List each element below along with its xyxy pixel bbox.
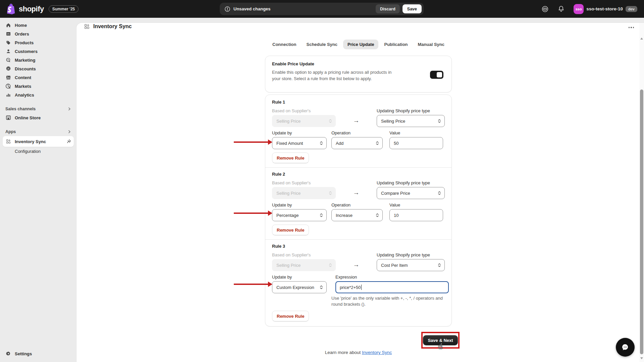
home-icon bbox=[5, 22, 11, 28]
chat-button[interactable] bbox=[616, 338, 635, 357]
edition-badge[interactable]: Summer '25 bbox=[49, 5, 79, 13]
update-by-select[interactable]: Percentage bbox=[272, 209, 327, 221]
sidebar-item-label: Analytics bbox=[15, 93, 34, 98]
page-actions-menu[interactable] bbox=[627, 25, 635, 30]
sidebar-item-label: Online Store bbox=[15, 115, 41, 120]
select-stepper-icon bbox=[320, 213, 323, 218]
save-button[interactable]: Save bbox=[402, 4, 422, 13]
page-header: Inventory Sync bbox=[84, 23, 132, 29]
toggle-knob bbox=[437, 72, 442, 77]
enable-card-title: Enable Price Update bbox=[272, 61, 445, 66]
value-input[interactable]: 10 bbox=[389, 209, 443, 221]
remove-rule-button[interactable]: Remove Rule bbox=[272, 311, 309, 321]
sidebar-item-settings[interactable]: Settings bbox=[3, 349, 74, 358]
enable-price-update-card: Enable Price Update Enable this option t… bbox=[265, 56, 452, 93]
tab-publication[interactable]: Publication bbox=[380, 40, 412, 49]
tab-price-update[interactable]: Price Update bbox=[343, 40, 378, 49]
marketing-icon bbox=[5, 57, 11, 63]
select-stepper-icon bbox=[329, 191, 332, 195]
rule-3-section: Rule 3 Based on Supplier's Updating Shop… bbox=[272, 244, 445, 321]
select-value: Selling Price bbox=[381, 119, 405, 124]
annotation-arrow-rule3 bbox=[234, 284, 269, 285]
discard-button[interactable]: Discard bbox=[376, 4, 400, 13]
sidebar-item-marketing[interactable]: Marketing bbox=[3, 56, 74, 64]
remove-rule-button[interactable]: Remove Rule bbox=[272, 153, 309, 163]
sidebar-item-content[interactable]: Content bbox=[3, 73, 74, 82]
scrollbar-thumb[interactable] bbox=[640, 89, 643, 354]
storefront-icon bbox=[5, 115, 11, 121]
target-price-select[interactable]: Cost Per Item bbox=[377, 259, 445, 271]
select-stepper-icon bbox=[438, 191, 441, 195]
expression-value: price*2+50 bbox=[340, 285, 361, 290]
operation-label: Operation bbox=[331, 130, 383, 136]
unsaved-status: Unsaved changes bbox=[224, 6, 376, 12]
target-price-label: Updating Shopify price type bbox=[377, 252, 445, 258]
chat-bubble-icon bbox=[621, 343, 630, 352]
unsaved-changes-bar: Unsaved changes Discard Save bbox=[220, 3, 424, 15]
sidebar-item-label: Inventory Sync bbox=[15, 139, 63, 144]
pin-icon[interactable] bbox=[66, 139, 71, 144]
scroll-up-arrow[interactable] bbox=[640, 37, 643, 40]
select-stepper-icon bbox=[376, 141, 379, 145]
alert-icon bbox=[224, 6, 230, 12]
sidebar-section-apps[interactable]: Apps bbox=[3, 127, 74, 136]
sidebar-item-inventory-sync[interactable]: Inventory Sync bbox=[3, 136, 74, 147]
sidebar-item-home[interactable]: Home bbox=[3, 21, 74, 29]
annotation-arrow-rule2 bbox=[234, 213, 269, 214]
update-by-select[interactable]: Custom Expression bbox=[272, 281, 327, 293]
sidebar-item-customers[interactable]: Customers bbox=[3, 47, 74, 56]
content-icon bbox=[5, 74, 11, 80]
annotation-arrow-rule1 bbox=[234, 141, 269, 143]
expression-label: Expression bbox=[335, 275, 449, 280]
shopify-logo[interactable]: shopify Summer '25 bbox=[5, 0, 78, 18]
target-price-select[interactable]: Compare Price bbox=[377, 187, 445, 199]
learn-more-link[interactable]: Inventory Sync bbox=[362, 350, 392, 355]
based-on-label: Based on Supplier's bbox=[272, 108, 336, 114]
apps-label: Apps bbox=[5, 129, 16, 134]
sidebar: Home Orders Products Customers Marketing… bbox=[0, 18, 76, 362]
update-by-select[interactable]: Fixed Amount bbox=[272, 137, 327, 149]
enable-price-update-toggle[interactable] bbox=[430, 71, 443, 79]
scroll-down-arrow[interactable] bbox=[640, 357, 643, 360]
select-value: Selling Price bbox=[276, 191, 301, 196]
sidebar-item-analytics[interactable]: Analytics bbox=[3, 90, 74, 99]
sidebar-item-configuration[interactable]: Configuration bbox=[3, 147, 74, 156]
sidebar-item-label: Products bbox=[15, 40, 34, 45]
learn-more-row: Learn more about Inventory Sync bbox=[265, 350, 452, 355]
sidebar-item-products[interactable]: Products bbox=[3, 38, 74, 47]
value-input[interactable]: 50 bbox=[389, 137, 443, 149]
sidekick-button[interactable] bbox=[539, 3, 551, 15]
notifications-button[interactable] bbox=[555, 3, 567, 15]
sidebar-item-label: Markets bbox=[15, 84, 31, 89]
operation-select[interactable]: Add bbox=[331, 137, 383, 149]
sidebar-item-markets[interactable]: $ Markets bbox=[3, 82, 74, 90]
expression-input[interactable]: price*2+50 bbox=[335, 281, 449, 293]
svg-text:$: $ bbox=[9, 86, 10, 89]
select-stepper-icon bbox=[438, 263, 441, 267]
sidebar-item-discounts[interactable]: Discounts bbox=[3, 64, 74, 73]
store-avatar: sso bbox=[574, 4, 584, 14]
rule-title: Rule 2 bbox=[272, 172, 445, 177]
based-on-select: Selling Price bbox=[272, 259, 336, 271]
sidebar-item-orders[interactable]: Orders bbox=[3, 29, 74, 38]
sidebar-item-label: Discounts bbox=[15, 66, 36, 71]
select-stepper-icon bbox=[376, 213, 379, 218]
store-menu[interactable]: sso sso-test-store-10 dev bbox=[572, 3, 639, 15]
remove-rule-button[interactable]: Remove Rule bbox=[272, 225, 309, 235]
topbar-right: sso sso-test-store-10 dev bbox=[539, 0, 639, 18]
learn-more-prefix: Learn more about bbox=[325, 350, 362, 355]
store-name: sso-test-store-10 bbox=[586, 6, 623, 11]
based-on-label: Based on Supplier's bbox=[272, 180, 336, 186]
target-price-select[interactable]: Selling Price bbox=[377, 115, 445, 127]
tag-icon bbox=[5, 40, 11, 46]
sales-channels-label: Sales channels bbox=[5, 107, 36, 111]
sidebar-section-sales-channels[interactable]: Sales channels bbox=[3, 105, 74, 113]
sidebar-item-online-store[interactable]: Online Store bbox=[3, 113, 74, 122]
tab-schedule-sync[interactable]: Schedule Sync bbox=[302, 40, 342, 49]
select-value: Custom Expression bbox=[276, 285, 314, 290]
shopify-admin: shopify Summer '25 Unsaved changes Disca… bbox=[0, 0, 644, 362]
tab-manual-sync[interactable]: Manual Sync bbox=[414, 40, 449, 49]
gear-icon bbox=[5, 351, 11, 357]
tab-connection[interactable]: Connection bbox=[268, 40, 301, 49]
operation-select[interactable]: Increase bbox=[331, 209, 383, 221]
